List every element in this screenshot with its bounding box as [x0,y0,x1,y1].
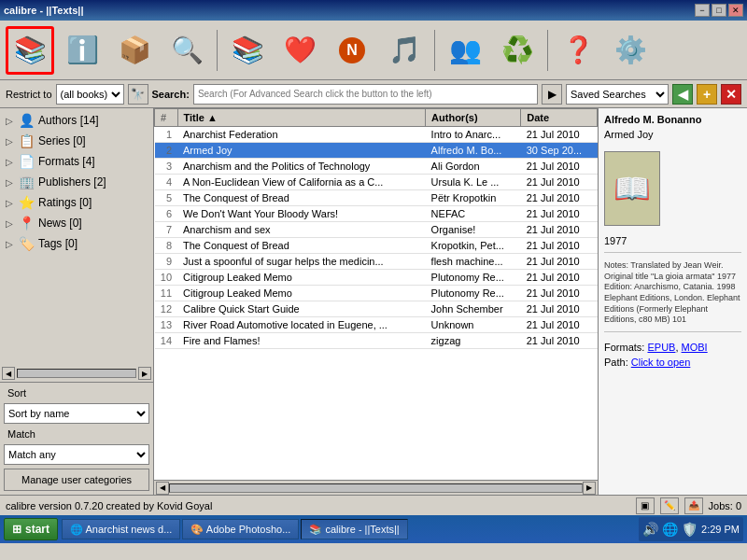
table-row[interactable]: 1Anarchist FederationIntro to Anarc...21… [155,127,598,143]
col-header-num[interactable]: # [155,109,178,127]
format-epub-link[interactable]: EPUB [647,342,675,353]
table-row[interactable]: 2Armed JoyAlfredo M. Bo...30 Sep 20... [155,143,598,159]
store-icon: N [339,37,365,63]
manage-categories-button[interactable]: Manage user categories [4,469,149,491]
cell-author: John Schember [426,301,521,317]
scroll-left-icon[interactable]: ◀ [2,367,15,380]
recycle-button[interactable]: ♻️ [493,26,542,75]
table-row[interactable]: 7Anarchism and sexOrganise!21 Jul 2010 [155,222,598,238]
cell-author: Organise! [426,222,521,238]
table-scroll-area[interactable]: # Title ▲ Author(s) Date 1Anarchist Fede… [154,108,598,480]
table-row[interactable]: 14Fire and Flames!zigzag21 Jul 2010 [155,333,598,349]
search-button[interactable]: 🔍 [162,26,211,75]
table-row[interactable]: 9Just a spoonful of sugar helps the medi… [155,254,598,270]
ratings-label: Ratings [0] [38,196,148,209]
preferences-button[interactable]: ⚙️ [606,26,655,75]
cell-date: 21 Jul 2010 [521,270,598,286]
taskbar-item-news[interactable]: 🌐 Anarchist news d... [62,519,180,539]
tags-icon: 🏷️ [19,236,35,251]
col-header-date[interactable]: Date [521,109,598,127]
news-button[interactable]: ❤️ [275,26,324,75]
search-clear-button[interactable]: ✕ [721,84,741,105]
tray-icon-2: 🌐 [662,522,678,537]
taskbar-item-photoshop[interactable]: 🎨 Adobe Photosho... [182,519,299,539]
library-button[interactable]: 📚 [223,26,272,75]
match-select[interactable]: Match any [4,444,149,465]
cell-date: 21 Jul 2010 [521,238,598,254]
col-header-title[interactable]: Title ▲ [177,109,426,127]
table-row[interactable]: 4A Non-Euclidean View of California as a… [155,175,598,190]
path-label: Path: [604,357,628,368]
format-mobi-link[interactable]: MOBI [682,342,708,353]
search-nav-back-button[interactable]: ◀ [672,84,693,105]
sidebar-item-formats[interactable]: ▷ 📄 Formats [4] [2,151,151,172]
start-button[interactable]: ⊞ start [4,518,58,540]
cell-title: River Road Automotive located in Eugene,… [177,317,426,333]
ratings-icon: ⭐ [19,195,35,210]
authors-icon: 👤 [19,113,35,128]
table-row[interactable]: 6We Don't Want Your Bloody Wars!NEFAC21 … [155,206,598,222]
cell-date: 21 Jul 2010 [521,159,598,175]
table-row[interactable]: 3Anarchism and the Politics of Technolog… [155,159,598,175]
search-input[interactable] [193,84,538,105]
expand-formats-icon: ▷ [6,157,19,167]
status-btn-1[interactable]: ▣ [636,497,655,514]
taskbar-clock: 2:29 PM [701,524,740,535]
expand-news-icon: ▷ [6,218,19,229]
status-btn-3[interactable]: 📤 [684,497,703,514]
cell-num: 2 [155,143,178,159]
device-button[interactable]: 🎵 [380,26,429,75]
table-row[interactable]: 5The Conquest of BreadPëtr Kropotkin21 J… [155,190,598,206]
restrict-label: Restrict to [6,89,52,100]
expand-ratings-icon: ▷ [6,198,19,208]
sidebar-item-tags[interactable]: ▷ 🏷️ Tags [0] [2,233,151,254]
convert-books-button[interactable]: 📦 [110,26,159,75]
help-button[interactable]: ❓ [554,26,602,75]
taskbar-item-calibre[interactable]: 📚 calibre - ||Texts|| [301,519,407,539]
edit-metadata-button[interactable]: ℹ️ [58,26,106,75]
sidebar-item-authors[interactable]: ▷ 👤 Authors [14] [2,110,151,131]
connect-button[interactable]: 👥 [441,26,489,75]
table-hscroll-track[interactable] [169,483,583,493]
status-btn-2[interactable]: ✏️ [660,497,679,514]
expand-publishers-icon: ▷ [6,177,19,188]
add-books-button[interactable]: 📚 [6,26,54,75]
left-bottom-controls: Sort Sort by name Match Match any Manage… [0,382,153,495]
library-icon: 📚 [232,37,264,63]
cell-num: 3 [155,159,178,175]
sidebar-item-ratings[interactable]: ▷ ⭐ Ratings [0] [2,192,151,213]
sort-label: Sort [4,386,149,399]
sidebar-item-news[interactable]: ▷ 📍 News [0] [2,213,151,233]
advanced-search-button[interactable]: 🔭 [128,84,148,105]
search-save-button[interactable]: + [697,84,717,105]
start-label: start [25,523,49,536]
table-row[interactable]: 10Citigroup Leaked MemoPlutonomy Re...21… [155,270,598,286]
cell-author: Ursula K. Le ... [426,175,521,190]
table-row[interactable]: 8The Conquest of BreadKropotkin, Pet...2… [155,238,598,254]
store-button[interactable]: N [328,26,376,75]
table-row[interactable]: 12Calibre Quick Start GuideJohn Schember… [155,301,598,317]
h-scrollbar[interactable] [17,369,136,378]
sidebar-item-series[interactable]: ▷ 📋 Series [0] [2,131,151,151]
table-scroll-right-icon[interactable]: ▶ [583,482,596,495]
search-submit-button[interactable]: ▶ [542,84,562,105]
col-header-author[interactable]: Author(s) [426,109,521,127]
sort-select[interactable]: Sort by name [4,403,149,424]
minimize-button[interactable]: − [695,4,710,17]
scroll-right-icon[interactable]: ▶ [138,367,151,380]
table-row[interactable]: 11Citigroup Leaked MemoPlutonomy Re...21… [155,286,598,301]
saved-searches-select[interactable]: Saved Searches [566,84,669,105]
cell-author: Intro to Anarc... [426,127,521,143]
cell-num: 9 [155,254,178,270]
restrict-select[interactable]: (all books) [56,84,124,105]
open-folder-link[interactable]: Click to open [631,357,691,368]
table-row[interactable]: 13River Road Automotive located in Eugen… [155,317,598,333]
system-tray: 🔊 🌐 🛡️ 2:29 PM [639,517,743,541]
close-button[interactable]: ✕ [728,4,743,17]
table-scroll-left-icon[interactable]: ◀ [156,482,169,495]
search-icon: 🔍 [171,37,204,63]
maximize-button[interactable]: □ [712,4,726,17]
sidebar-item-publishers[interactable]: ▷ 🏢 Publishers [2] [2,172,151,192]
cell-num: 12 [155,301,178,317]
cell-author: Kropotkin, Pet... [426,238,521,254]
